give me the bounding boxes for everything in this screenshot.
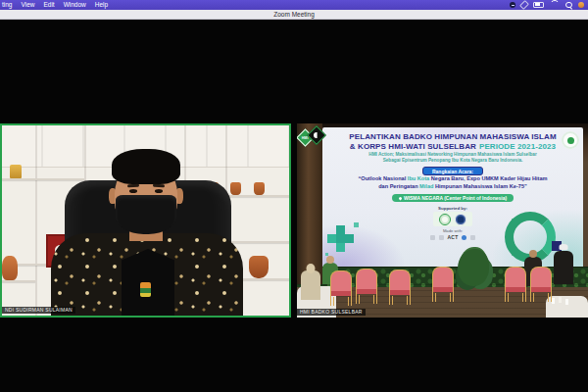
shelf-divider: [35, 125, 37, 316]
banquet-chair: [505, 267, 526, 302]
app-menus: ting View Edit Window Help: [0, 0, 108, 10]
bluetooth-icon[interactable]: [519, 0, 529, 10]
shelf: [225, 241, 291, 243]
eye: [129, 189, 137, 193]
attendee-head: [307, 264, 316, 273]
menu-item-window[interactable]: Window: [64, 0, 86, 10]
agenda-text-accent: Ibu Kota: [408, 175, 429, 181]
menu-item-edit[interactable]: Edit: [43, 0, 54, 10]
agenda-text-accent: Milad: [419, 183, 433, 189]
agenda-text: Negara Baru, Expo UMKM Kader Hijau Hitam: [429, 175, 547, 181]
media-label: Made with:: [443, 228, 463, 233]
face-mask: [116, 195, 176, 234]
attendee-head: [326, 256, 334, 264]
avatar-icon[interactable]: [578, 2, 585, 9]
sponsor-logos: ACT: [430, 234, 476, 240]
status-icon[interactable]: [510, 2, 515, 8]
clay-pot: [249, 256, 269, 278]
location-pin-icon: [398, 196, 402, 200]
event-banner: PELANTIKAN BADKO HIMPUNAN MAHASISWA ISLA…: [322, 127, 583, 269]
menu-item-help[interactable]: Help: [95, 0, 108, 10]
sponsor-act-logo: ACT: [448, 234, 459, 240]
banquet-chair: [356, 269, 377, 304]
system-tray: [510, 0, 588, 10]
chest-emblem: [140, 282, 151, 297]
title-line2-period: PERIODE 2021-2023: [479, 142, 556, 151]
sponsor-logo-icon: [462, 235, 466, 240]
clay-vase: [2, 256, 18, 280]
window-titlebar[interactable]: Zoom Meeting: [0, 10, 588, 20]
participant-name-tag: NDI SUDIRMAN SULAIMAN: [2, 307, 75, 314]
shelf-trophy: [10, 165, 22, 178]
banner-title-line1: PELANTIKAN BADKO HIMPUNAN MAHASISWA ISLA…: [349, 132, 556, 142]
crescent-star-icon: [314, 132, 319, 138]
agenda-text: “Outlook Nasional: [358, 175, 407, 181]
banner-text: PELANTIKAN BADKO HIMPUNAN MAHASISWA ISLA…: [322, 127, 583, 269]
agenda-line2: dan Peringatan Milad Himpunan Mahasiswa …: [378, 183, 527, 191]
wifi-icon[interactable]: [550, 0, 560, 10]
menu-item-meeting[interactable]: ting: [2, 0, 12, 10]
venue-text: WISMA NEGARA (Center Point of Indonesia): [404, 195, 507, 201]
white-cap: [560, 244, 568, 250]
venue-pill: WISMA NEGARA (Center Point of Indonesia): [392, 194, 514, 202]
supporter-emblem-icon: [455, 214, 466, 225]
agenda-text: Himpunan Mahasiswa Islam Ke-75”: [433, 183, 526, 189]
title-line2-main: & KORPS HMI-WATI SULSELBAR: [350, 142, 476, 151]
search-icon[interactable]: [565, 2, 572, 9]
agenda-text: dan Peringatan: [378, 183, 419, 189]
attendee-white-cap: [554, 251, 573, 284]
shelf: [2, 280, 35, 282]
attendee-head: [529, 250, 537, 258]
video-tile-right[interactable]: PELANTIKAN BADKO HIMPUNAN MAHASISWA ISLA…: [297, 123, 588, 318]
banner-title-line2: & KORPS HMI-WATI SULSELBARPERIODE 2021-2…: [350, 142, 556, 152]
banquet-chair: [389, 270, 411, 305]
meeting-content: NDI SUDIRMAN SULAIMAN PELANTIKAN BADKO H…: [0, 20, 588, 392]
window-title: Zoom Meeting: [273, 11, 315, 18]
banner-subtitle-line2: Sebagai Episentrum Penopang Ibu Kota Neg…: [383, 158, 523, 164]
shelf: [2, 178, 84, 180]
round-table-right: [546, 296, 588, 318]
sponsor-logo-icon: [470, 235, 475, 240]
sponsor-logo-icon: [430, 235, 435, 240]
supporter-emblem-icon: [439, 214, 451, 225]
supported-by-label: Supported by:: [438, 206, 467, 211]
agenda-label: Rangkaian Acara:: [422, 167, 483, 175]
banquet-chair: [530, 267, 552, 302]
clay-cup: [254, 182, 265, 195]
wooden-pillar: HMI: [297, 123, 322, 284]
participant-name-tag: HMI BADKO SULSELBAR: [297, 309, 366, 316]
menubar: ting View Edit Window Help: [0, 0, 588, 10]
agenda-line1: “Outlook Nasional Ibu Kota Negara Baru, …: [358, 175, 547, 183]
sponsor-logo-icon: [439, 235, 444, 240]
attendee-hijab: [301, 270, 320, 300]
potted-plant: [458, 249, 489, 286]
menu-item-view[interactable]: View: [21, 0, 34, 10]
eye: [155, 189, 163, 193]
supporter-logos: [433, 212, 472, 226]
speaker-head: [112, 149, 180, 235]
battery-icon[interactable]: [533, 2, 544, 9]
video-tile-left[interactable]: NDI SUDIRMAN SULAIMAN: [0, 123, 291, 318]
banquet-chair: [432, 267, 454, 302]
hair: [112, 149, 180, 184]
banquet-chair: [330, 270, 352, 306]
clay-cup: [230, 182, 241, 195]
